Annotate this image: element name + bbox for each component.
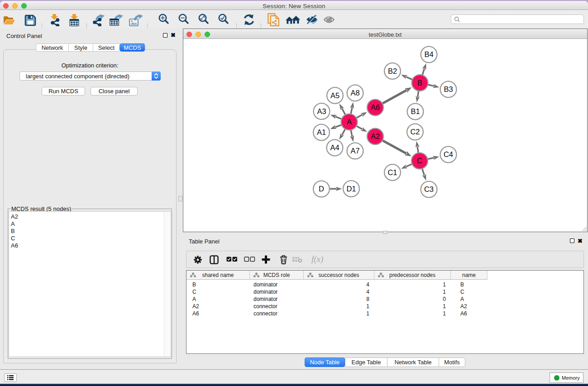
svg-text:B1: B1	[411, 107, 420, 115]
svg-text:C2: C2	[410, 128, 420, 136]
svg-text:C4: C4	[444, 150, 453, 158]
svg-text:A2: A2	[371, 132, 380, 140]
svg-text:A1: A1	[317, 128, 326, 136]
svg-text:A8: A8	[350, 89, 359, 97]
svg-text:A3: A3	[317, 107, 326, 115]
svg-text:C1: C1	[387, 168, 397, 176]
svg-text:B: B	[417, 79, 422, 87]
svg-text:B4: B4	[424, 50, 433, 58]
svg-text:A: A	[347, 118, 352, 126]
svg-text:C3: C3	[424, 185, 434, 193]
svg-text:C: C	[417, 157, 422, 165]
svg-text:A7: A7	[350, 147, 359, 155]
svg-text:B2: B2	[388, 67, 397, 75]
svg-text:D1: D1	[346, 185, 356, 193]
svg-text:A6: A6	[371, 103, 380, 111]
svg-text:A5: A5	[330, 91, 339, 100]
svg-text:A4: A4	[330, 143, 339, 152]
svg-text:B3: B3	[444, 85, 453, 93]
svg-text:D: D	[319, 185, 324, 193]
